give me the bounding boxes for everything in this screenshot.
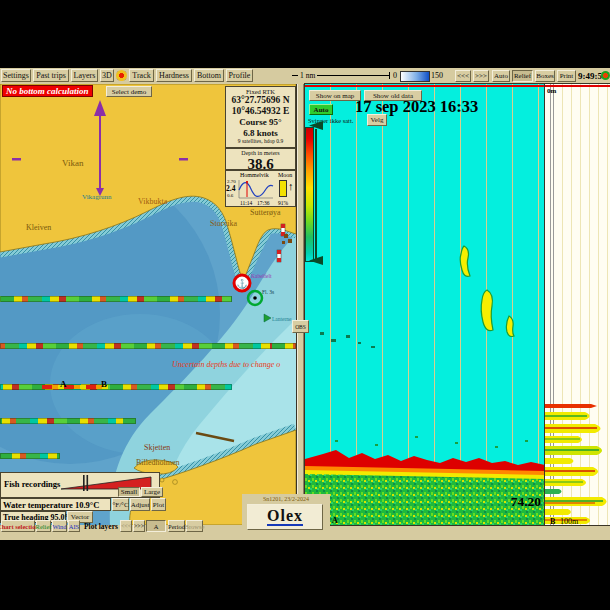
chart-selection-button[interactable]: Chart selection <box>1 520 35 532</box>
menu-profile[interactable]: Profile <box>226 69 253 82</box>
select-demo-button[interactable]: Select demo <box>106 86 152 97</box>
relief-toggle-button[interactable]: Relief <box>36 520 51 532</box>
gps-latitude: 63°27.75696 N <box>226 95 295 106</box>
menu-3d[interactable]: 3D <box>100 69 114 82</box>
ais-toggle-button[interactable]: AIS <box>68 520 80 532</box>
profile-echo-svg <box>545 84 610 525</box>
no-bottom-alert: No bottom calculation <box>2 85 93 97</box>
islet <box>160 478 164 482</box>
place-label-billedholmen: Billedholmen <box>136 458 180 467</box>
obs-button[interactable]: OBS <box>292 320 309 333</box>
gps-satellites: 9 satellites, hdop 0.9 <box>226 138 295 144</box>
menu-layers[interactable]: Layers <box>71 69 98 82</box>
relief-button[interactable]: Relief <box>512 70 533 82</box>
sounding-track-stripe[interactable] <box>0 384 232 390</box>
auto-button[interactable]: Auto <box>492 70 510 82</box>
serial-number: Sn1201, 23/2-2024 <box>242 496 330 502</box>
top-toolbar: Settings Past trips Layers 3D Track Hard… <box>0 68 610 85</box>
menu-track[interactable]: Track <box>129 69 154 82</box>
track-marker-a[interactable]: A <box>60 379 67 389</box>
fahrenheit-celsius-button[interactable]: °F/°C <box>112 498 129 511</box>
temp-adjust-button[interactable]: Adjust <box>130 498 150 511</box>
gps-course: Course 95° <box>226 117 295 127</box>
print-button[interactable]: Print <box>557 70 576 82</box>
tide-low-value: 0.6 <box>227 193 233 198</box>
scale-ruler: 1 nm <box>292 70 390 81</box>
day-night-sun-icon <box>601 71 610 80</box>
wind-toggle-button[interactable]: Wind <box>52 520 67 532</box>
layers-forward-button[interactable]: >>> <box>133 520 145 532</box>
fish-large-button[interactable]: Large <box>141 487 163 497</box>
svg-text:⚓: ⚓ <box>236 278 248 290</box>
fish-small-button[interactable]: Small <box>118 487 140 497</box>
moon-rising-arrow-icon: ↑ <box>288 181 294 192</box>
moon-percent: 91% <box>278 200 288 206</box>
selected-track-segment[interactable] <box>42 385 108 389</box>
echogram-area[interactable]: Show on map Show old data Auto Svinger i… <box>305 84 545 525</box>
layers-back-button[interactable]: <<< <box>120 520 132 532</box>
bottom-toolbar: Chart selection Relief Wind AIS Plot lay… <box>0 520 240 533</box>
olex-logo-text: Olex <box>267 508 303 527</box>
gps-panel: Fixed RTK 63°27.75696 N 10°46.54932 E Co… <box>225 86 296 148</box>
sounding-track-stripe[interactable] <box>0 418 136 424</box>
gain-gradient-bar[interactable] <box>400 71 430 82</box>
place-label-vikan: Vikan <box>62 158 84 168</box>
tide-panel: Hommelvik Moon 2.70 2.4 0.6 ↑ 11:14 17:3… <box>225 170 296 207</box>
beacon-pole-icon <box>277 250 281 262</box>
range-min-label: 0 <box>393 71 397 80</box>
fish-echo <box>481 290 493 331</box>
browse-button[interactable]: Browse <box>186 520 203 532</box>
echogram-datetime: 17 sep 2023 16:33 <box>355 97 478 117</box>
page-forward-button[interactable]: >>> <box>473 70 489 82</box>
echogram-svg <box>305 84 545 525</box>
sounding-track-stripe[interactable] <box>0 296 232 302</box>
place-label-vikbukta: Vikbukta <box>138 197 168 206</box>
fish-recordings-title: Fish recordings <box>4 479 60 489</box>
panel-splitter[interactable]: OBS <box>296 84 305 525</box>
place-label-storvika: Storvika <box>210 219 238 228</box>
place-label-skjetten: Skjetten <box>144 443 170 452</box>
chart-warning-text: Uncertain depths due to change o <box>172 360 280 369</box>
water-temp-label: Water temperature 10.9°C <box>1 500 99 510</box>
plankton-specks <box>320 332 375 348</box>
layer-a-button[interactable]: A <box>146 520 166 532</box>
lantern-label: Lanterne <box>272 316 292 322</box>
depth-panel: Depth in meters 38.6 <box>225 148 296 170</box>
echo-auto-button[interactable]: Auto <box>309 104 333 115</box>
place-label-sutteroya: Sutterøya <box>250 208 281 217</box>
echo-color-scale[interactable] <box>305 127 314 262</box>
show-on-map-button[interactable]: Show on map <box>309 90 361 101</box>
period-button[interactable]: Period <box>168 520 185 532</box>
menu-settings[interactable]: Settings <box>1 69 31 82</box>
menu-hardness[interactable]: Hardness <box>156 69 192 82</box>
branding-block: Sn1201, 23/2-2024 Olex <box>242 494 330 538</box>
track-marker-b[interactable]: B <box>101 379 107 389</box>
sounding-track-stripe[interactable] <box>0 453 60 459</box>
echo-marker-a: A <box>332 516 338 525</box>
olex-app-window: Settings Past trips Layers 3D Track Hard… <box>0 68 610 540</box>
place-label-kleiven: Kleiven <box>26 223 51 232</box>
page-back-button[interactable]: <<< <box>455 70 471 82</box>
olex-sun-icon[interactable] <box>116 70 127 81</box>
place-label-vikagrunn: Vikagrunn <box>82 193 112 201</box>
menu-bottom[interactable]: Bottom <box>194 69 224 82</box>
fish-echo <box>506 316 514 337</box>
range-max-label: 150 <box>431 71 443 80</box>
transducer-note: Svinger ikke satt. <box>308 117 353 124</box>
temp-plot-button[interactable]: Plot <box>151 498 166 511</box>
sounding-track-stripe[interactable] <box>0 343 296 349</box>
boxes-button[interactable]: Boxes <box>535 70 555 82</box>
scale-label: 1 nm <box>298 71 317 80</box>
gps-longitude: 10°46.54932 E <box>226 106 295 117</box>
menu-past-trips[interactable]: Past trips <box>33 69 69 82</box>
olex-logo-button[interactable]: Olex <box>247 504 323 530</box>
water-temp-panel: Water temperature 10.9°C <box>0 498 111 511</box>
tide-now-value: 2.4 <box>226 184 235 193</box>
profile-marker-b: B <box>550 517 555 525</box>
fish-echo <box>460 246 470 276</box>
light-character-label: Fl. 3s <box>262 289 274 295</box>
screenshot-root: Settings Past trips Layers 3D Track Hard… <box>0 0 610 610</box>
gps-speed: 6.8 knots <box>226 128 295 138</box>
bottom-profile-panel[interactable]: 0m B 100m <box>545 84 610 525</box>
profile-bottom-echoes <box>545 404 607 524</box>
